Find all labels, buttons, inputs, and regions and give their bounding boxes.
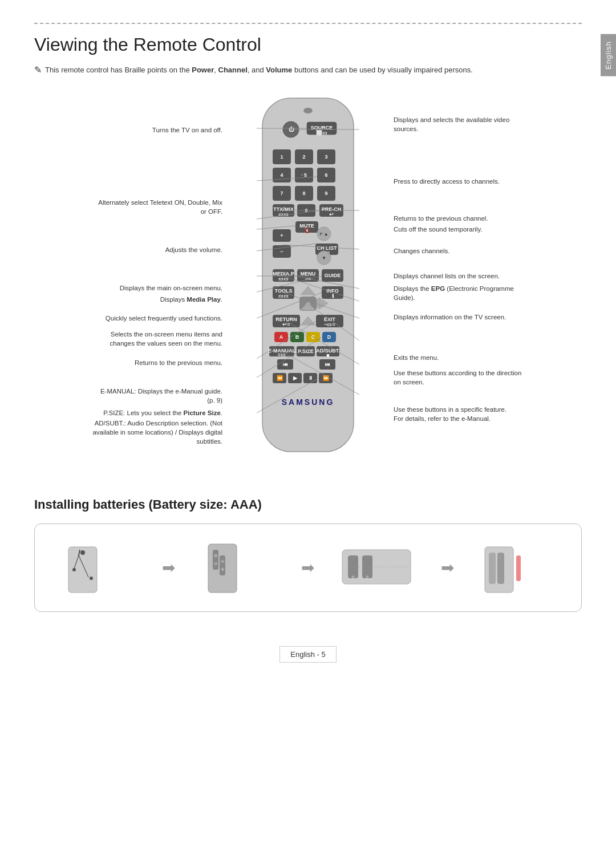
svg-text:9: 9 (325, 190, 327, 196)
batteries-box: ➡ ⊕ ⊖ ⊖ ⊕ ➡ (34, 524, 582, 612)
svg-text:⏩: ⏩ (323, 375, 330, 382)
svg-text:· 5: · 5 (301, 172, 307, 178)
svg-text:B: B (295, 334, 299, 340)
svg-text:4: 4 (280, 172, 283, 178)
label-mediaplay: Displays Media Play. (160, 295, 222, 304)
battery-step-2-img: ⊕ ⊖ ⊖ ⊕ (197, 535, 279, 598)
label-mute: Cuts off the sound temporarily. (394, 225, 483, 234)
svg-text:■: ■ (326, 352, 329, 358)
svg-rect-145 (489, 553, 496, 584)
arrow-2: ➡ (301, 558, 314, 577)
svg-text:1: 1 (280, 154, 283, 160)
svg-text:P.SIZE: P.SIZE (298, 348, 313, 354)
label-source: Displays and selects the available video… (394, 115, 509, 133)
page-number: English - 5 (279, 646, 336, 663)
svg-text:+: + (280, 233, 283, 238)
label-epg: Displays the EPG (Electronic ProgrammeGu… (394, 284, 514, 302)
page-footer: English - 5 (0, 635, 616, 668)
label-emanual: E-MANUAL: Displays the e-Manual guide.(p… (100, 387, 222, 405)
svg-text:⏮: ⏮ (283, 362, 288, 367)
svg-text:⊕: ⊕ (214, 553, 218, 558)
battery-step-1 (57, 535, 140, 600)
battery-step-1-img (57, 535, 140, 598)
label-adsubt: AD/SUBT.: Audio Description selection. (… (92, 419, 222, 446)
svg-point-126 (90, 577, 93, 580)
svg-text:GUIDE: GUIDE (325, 273, 341, 278)
note-icon: ✎ (34, 64, 42, 75)
label-chlist: Displays channel lists on the screen. (394, 271, 500, 281)
battery-step-3-img: ⊕ ⊕ (337, 535, 419, 598)
svg-text:▼: ▼ (322, 255, 326, 261)
battery-step-2: ⊕ ⊖ ⊖ ⊕ (197, 535, 279, 600)
svg-text:P ▲: P ▲ (319, 232, 328, 237)
svg-text:8: 8 (302, 190, 305, 196)
svg-text:⏻: ⏻ (289, 126, 294, 132)
svg-text:⏸: ⏸ (308, 375, 313, 381)
section-divider (34, 23, 582, 24)
label-channels: Press to directly access to channels. (394, 177, 500, 186)
remote-svg: ⏻ SOURCE ⬜▭ 1 2 3 4 · 5 6 (222, 92, 394, 469)
svg-text:SAMSUNG: SAMSUNG (282, 397, 335, 407)
note-text: ✎ This remote control has Braille points… (34, 66, 582, 75)
remote-diagram: Turns the TV on and off. Alternately sel… (86, 92, 530, 469)
svg-text:▭▭: ▭▭ (278, 212, 289, 217)
battery-step-4 (476, 535, 559, 600)
svg-text:−: − (280, 249, 283, 254)
batteries-title: Installing batteries (Battery size: AAA) (34, 497, 582, 512)
label-exit: Exits the menu. (394, 353, 439, 362)
page-title: Viewing the Remote Control (34, 34, 582, 55)
svg-point-1 (303, 108, 313, 113)
language-tab: English (601, 34, 616, 76)
svg-text:⊖: ⊖ (214, 561, 218, 566)
batteries-section: Installing batteries (Battery size: AAA)… (34, 497, 582, 612)
svg-rect-147 (516, 555, 521, 581)
label-tools: Quickly select frequently used functions… (106, 314, 222, 323)
label-info: Displays information on the TV screen. (394, 313, 506, 322)
label-return: Returns to the previous menu. (135, 358, 222, 367)
arrow-1: ➡ (162, 558, 175, 577)
battery-step-3: ⊕ ⊕ (337, 535, 419, 600)
svg-text:⏭: ⏭ (325, 362, 330, 367)
remote-diagram-section: Turns the TV on and off. Alternately sel… (34, 92, 582, 469)
svg-text:▶: ▶ (293, 375, 298, 381)
arrow-3: ➡ (441, 558, 454, 577)
svg-text:3: 3 (325, 154, 327, 160)
battery-step-4-img (476, 535, 559, 598)
label-prevch: Returns to the previous channel. (394, 214, 488, 223)
svg-text:⊕: ⊕ (221, 567, 225, 572)
svg-rect-146 (497, 553, 504, 584)
label-psize: P.SIZE: Lets you select the Picture Size… (103, 408, 222, 417)
svg-text:🔇: 🔇 (304, 227, 311, 234)
label-teletext: Alternately select Teletext ON, Double, … (98, 198, 222, 216)
svg-text:▭▭: ▭▭ (278, 276, 289, 282)
label-power: Turns the TV on and off. (152, 125, 222, 135)
svg-text:6: 6 (325, 172, 327, 178)
label-specific: Use these buttons in a specific feature.… (394, 405, 506, 423)
svg-text:⏪: ⏪ (277, 375, 283, 382)
svg-text:⬜▭: ⬜▭ (316, 129, 327, 136)
svg-text:⊖: ⊖ (221, 559, 225, 564)
svg-text:7: 7 (280, 190, 283, 196)
svg-point-124 (80, 550, 85, 555)
svg-text:A: A (279, 334, 283, 340)
svg-text:⊕: ⊕ (351, 575, 355, 579)
svg-text:D: D (327, 334, 331, 340)
svg-text:2: 2 (302, 154, 305, 160)
svg-text:⊕: ⊕ (366, 575, 369, 579)
note-content: This remote control has Braille points o… (45, 66, 473, 74)
label-menu: Displays the main on-screen menu. (120, 283, 222, 293)
label-nav: Selects the on-screen menu items andchan… (110, 330, 222, 348)
svg-text:~▭≡: ~▭≡ (324, 322, 335, 327)
svg-text:↩: ↩ (329, 212, 334, 217)
label-volume: Adjusts the volume. (165, 245, 222, 254)
label-changech: Changes channels. (394, 246, 449, 255)
label-colorbtns: Use these buttons according to the direc… (394, 368, 521, 387)
